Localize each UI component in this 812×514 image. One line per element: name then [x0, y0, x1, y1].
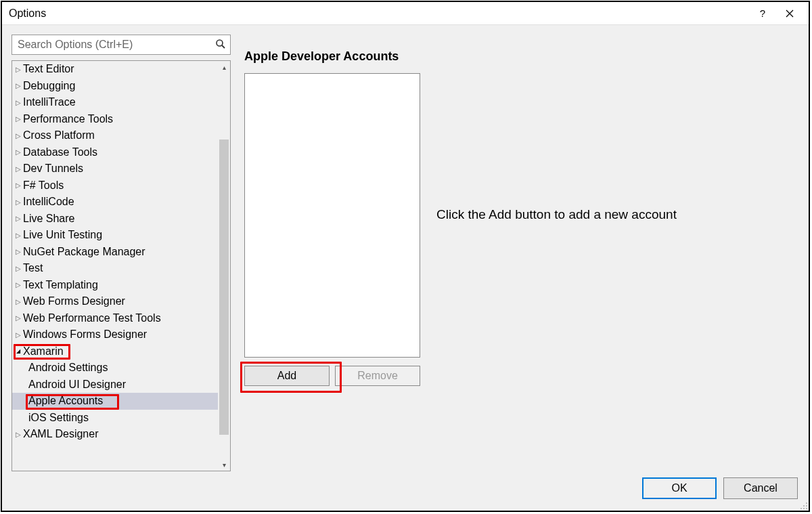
tree-item-label: Apple Accounts	[28, 395, 103, 407]
remove-button: Remove	[335, 366, 420, 386]
chevron-right-icon: ▷	[15, 132, 22, 140]
window-title: Options	[9, 7, 749, 20]
svg-point-5	[803, 505, 805, 507]
tree-item[interactable]: ▷Text Editor	[12, 61, 218, 78]
tree-item-label: Debugging	[23, 80, 75, 92]
chevron-right-icon: ▷	[15, 232, 22, 239]
tree-item-label: Cross Platform	[23, 129, 95, 142]
chevron-right-icon: ▷	[15, 281, 22, 288]
tree-item-label: F# Tools	[23, 179, 64, 192]
svg-point-2	[217, 40, 223, 46]
tree-item-label: NuGet Package Manager	[23, 246, 145, 258]
chevron-right-icon: ▷	[15, 148, 22, 156]
svg-point-8	[803, 508, 805, 509]
tree-item[interactable]: ▷Windows Forms Designer	[12, 326, 218, 343]
tree-item[interactable]: ▷Debugging	[12, 78, 218, 95]
tree-item[interactable]: ▷NuGet Package Manager	[12, 244, 218, 261]
chevron-right-icon: ▷	[15, 431, 22, 438]
chevron-right-icon: ▷	[15, 314, 22, 322]
svg-point-6	[806, 505, 807, 507]
tree-item[interactable]: ▷Text Templating	[12, 277, 218, 294]
svg-point-4	[806, 502, 807, 504]
tree-item[interactable]: ▷F# Tools	[12, 177, 218, 194]
tree-item-label: Text Editor	[23, 63, 74, 75]
svg-point-9	[806, 508, 807, 509]
chevron-right-icon: ▷	[15, 181, 22, 189]
chevron-down-icon: ◢	[15, 348, 22, 354]
tree-item[interactable]: ▷Database Tools	[12, 144, 218, 161]
search-field-wrap	[12, 35, 231, 55]
tree-item-label: Test	[23, 262, 43, 274]
tree-item-label: Dev Tunnels	[23, 163, 83, 175]
options-dialog: Options ? ▷Text Editor▷Debugging▷Intelli…	[1, 1, 810, 512]
tree-item-label: iOS Settings	[28, 412, 89, 424]
tree-item[interactable]: ▷Live Share	[12, 211, 218, 228]
scroll-down-icon[interactable]: ▾	[218, 458, 230, 471]
tree-item-label: Android Settings	[28, 362, 108, 374]
account-buttons: Add Remove	[244, 366, 799, 386]
chevron-right-icon: ▷	[15, 198, 22, 206]
scroll-up-icon[interactable]: ▴	[218, 61, 230, 73]
highlight-add	[240, 362, 342, 393]
detail-panel: Apple Developer Accounts Click the Add b…	[231, 35, 799, 471]
tree-item[interactable]: ▷Web Forms Designer	[12, 293, 218, 310]
chevron-right-icon: ▷	[15, 215, 22, 222]
empty-hint: Click the Add button to add a new accoun…	[420, 73, 799, 222]
help-button[interactable]: ?	[749, 2, 776, 24]
main-row: ▷Text Editor▷Debugging▷IntelliTrace▷Perf…	[12, 35, 799, 471]
tree-item-label: Windows Forms Designer	[23, 328, 147, 341]
tree-item-label: Xamarin	[23, 345, 64, 358]
dialog-footer: OK Cancel	[12, 471, 799, 505]
tree-scrollbar[interactable]: ▴ ▾	[218, 61, 230, 471]
tree-item-label: XAML Designer	[23, 428, 98, 440]
chevron-right-icon: ▷	[15, 115, 22, 123]
tree-item-label: Web Performance Test Tools	[23, 312, 161, 324]
sidebar: ▷Text Editor▷Debugging▷IntelliTrace▷Perf…	[12, 35, 231, 471]
tree-item[interactable]: Android Settings	[12, 360, 218, 377]
cancel-button[interactable]: Cancel	[723, 477, 798, 499]
tree-item[interactable]: ▷Test	[12, 260, 218, 277]
options-tree[interactable]: ▷Text Editor▷Debugging▷IntelliTrace▷Perf…	[12, 61, 218, 471]
tree-item[interactable]: ▷Web Performance Test Tools	[12, 310, 218, 327]
account-row: Click the Add button to add a new accoun…	[244, 73, 799, 358]
dialog-content: ▷Text Editor▷Debugging▷IntelliTrace▷Perf…	[2, 25, 809, 511]
titlebar: Options ?	[2, 2, 809, 25]
search-icon	[215, 39, 226, 51]
tree-item[interactable]: ▷Performance Tools	[12, 111, 218, 128]
chevron-right-icon: ▷	[15, 265, 22, 272]
tree-item-label: Database Tools	[23, 146, 97, 158]
svg-line-3	[222, 45, 225, 48]
panel-title: Apple Developer Accounts	[244, 49, 799, 64]
tree-item[interactable]: ▷Live Unit Testing	[12, 227, 218, 244]
chevron-right-icon: ▷	[15, 165, 22, 173]
ok-button[interactable]: OK	[642, 477, 717, 499]
tree-item[interactable]: iOS Settings	[12, 410, 218, 427]
scroll-thumb[interactable]	[219, 140, 229, 435]
tree-item[interactable]: ▷Dev Tunnels	[12, 160, 218, 177]
tree-item[interactable]: ▷IntelliTrace	[12, 94, 218, 111]
scroll-track[interactable]	[218, 73, 230, 458]
options-tree-wrap: ▷Text Editor▷Debugging▷IntelliTrace▷Perf…	[12, 60, 231, 471]
search-input[interactable]	[16, 38, 215, 51]
accounts-listbox[interactable]	[244, 73, 420, 358]
resize-grip-icon[interactable]	[798, 500, 808, 510]
chevron-right-icon: ▷	[15, 82, 22, 89]
chevron-right-icon: ▷	[15, 298, 22, 305]
svg-point-7	[800, 508, 802, 509]
tree-item[interactable]: ◢Xamarin	[12, 343, 218, 360]
tree-item-label: Text Templating	[23, 279, 98, 291]
tree-item-label: Web Forms Designer	[23, 295, 125, 307]
tree-item-label: Live Unit Testing	[23, 229, 102, 241]
close-icon	[786, 9, 794, 18]
close-button[interactable]	[776, 2, 803, 24]
chevron-right-icon: ▷	[15, 248, 22, 255]
chevron-right-icon: ▷	[15, 331, 22, 339]
tree-item-label: Performance Tools	[23, 113, 113, 125]
tree-item[interactable]: Apple Accounts	[12, 393, 218, 410]
tree-item[interactable]: Android UI Designer	[12, 377, 218, 393]
tree-item[interactable]: ▷XAML Designer	[12, 426, 218, 443]
chevron-right-icon: ▷	[15, 66, 22, 73]
tree-item-label: IntelliCode	[23, 196, 74, 208]
tree-item[interactable]: ▷Cross Platform	[12, 127, 218, 144]
tree-item[interactable]: ▷IntelliCode	[12, 194, 218, 211]
